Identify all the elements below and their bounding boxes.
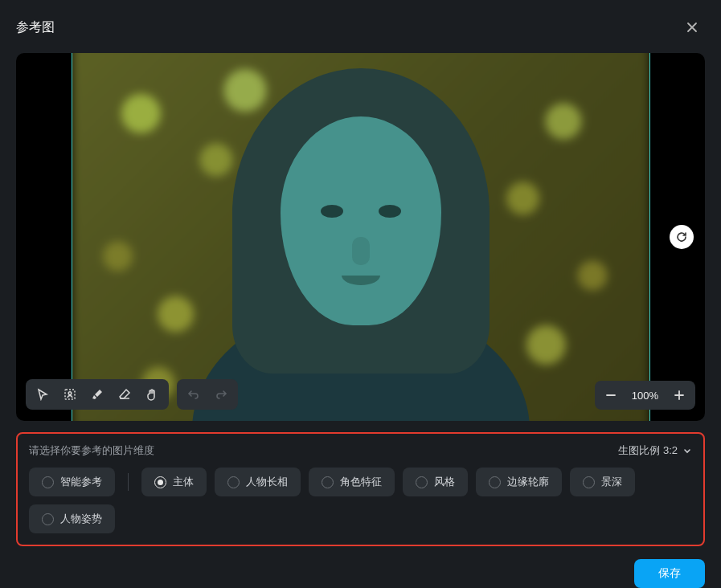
dimension-option-label: 边缘轮廓 — [507, 475, 549, 489]
cursor-icon — [36, 388, 49, 401]
dimension-prompt: 请选择你要参考的图片维度 — [29, 443, 154, 458]
dimension-option-pose[interactable]: 人物姿势 — [29, 504, 115, 533]
dimension-option-subject[interactable]: 主体 — [141, 468, 207, 496]
dimension-option-character-features[interactable]: 角色特征 — [309, 468, 395, 496]
dimension-option-label: 景深 — [601, 475, 622, 489]
brush-tool[interactable] — [84, 382, 111, 406]
aspect-ratio-selector[interactable]: 生图比例 3:2 — [618, 443, 692, 458]
dimension-options-row: 智能参考 主体 人物长相 角色特征 风格 边缘轮廓 — [29, 468, 692, 533]
eraser-icon — [118, 388, 131, 401]
modal-footer: 保存 — [0, 546, 721, 588]
radio-icon — [322, 476, 334, 488]
dimension-option-label: 主体 — [173, 475, 194, 489]
svg-point-1 — [68, 392, 72, 395]
dimension-option-label: 风格 — [434, 475, 455, 489]
hand-tool[interactable] — [138, 382, 166, 406]
brush-toolbar — [26, 379, 238, 410]
brush-icon — [91, 388, 104, 401]
modal-header: 参考图 — [0, 0, 721, 53]
chevron-down-icon — [682, 446, 692, 455]
dimension-option-depth[interactable]: 景深 — [570, 468, 635, 496]
refresh-button[interactable] — [670, 225, 694, 249]
zoom-out-button[interactable] — [600, 384, 622, 406]
zoom-controls: 100% — [595, 381, 695, 410]
dimension-option-face[interactable]: 人物长相 — [215, 468, 301, 496]
aspect-ratio-label: 生图比例 3:2 — [618, 443, 678, 458]
option-divider — [128, 473, 129, 491]
select-subject-tool[interactable] — [56, 382, 84, 406]
radio-icon — [42, 513, 54, 525]
radio-icon — [227, 476, 240, 488]
eraser-tool[interactable] — [111, 382, 138, 406]
radio-icon — [154, 476, 166, 488]
dimension-option-label: 智能参考 — [60, 475, 102, 489]
dimension-selection-panel: 请选择你要参考的图片维度 生图比例 3:2 智能参考 主体 人物长相 — [16, 432, 705, 546]
dimension-option-label: 人物长相 — [246, 475, 288, 489]
radio-icon — [42, 476, 54, 488]
close-button[interactable] — [682, 18, 702, 37]
redo-button[interactable] — [207, 382, 235, 406]
modal-title: 参考图 — [16, 19, 55, 36]
dimension-option-label: 角色特征 — [340, 475, 382, 489]
radio-icon — [583, 476, 595, 488]
redo-icon — [215, 388, 227, 401]
cursor-tool[interactable] — [29, 382, 56, 406]
image-crop-area[interactable] — [72, 53, 650, 421]
zoom-value: 100% — [625, 390, 665, 402]
zoom-in-button[interactable] — [668, 384, 690, 406]
radio-icon — [416, 476, 428, 488]
radio-icon — [489, 476, 501, 488]
dimension-option-smart-reference[interactable]: 智能参考 — [29, 468, 115, 496]
image-canvas[interactable]: 100% — [16, 53, 705, 421]
reference-image-modal: 参考图 — [0, 0, 721, 588]
dimension-option-style[interactable]: 风格 — [403, 468, 468, 496]
undo-icon — [187, 388, 200, 401]
minus-icon — [605, 390, 617, 401]
dimension-option-label: 人物姿势 — [60, 512, 102, 526]
undo-button[interactable] — [180, 382, 207, 406]
dimension-option-edge-contour[interactable]: 边缘轮廓 — [476, 468, 562, 496]
save-button[interactable]: 保存 — [634, 559, 705, 588]
plus-icon — [674, 390, 685, 401]
refresh-icon — [675, 231, 688, 243]
select-subject-icon — [63, 388, 76, 401]
close-icon — [686, 21, 698, 34]
hand-icon — [145, 388, 158, 401]
reference-image — [72, 53, 650, 421]
